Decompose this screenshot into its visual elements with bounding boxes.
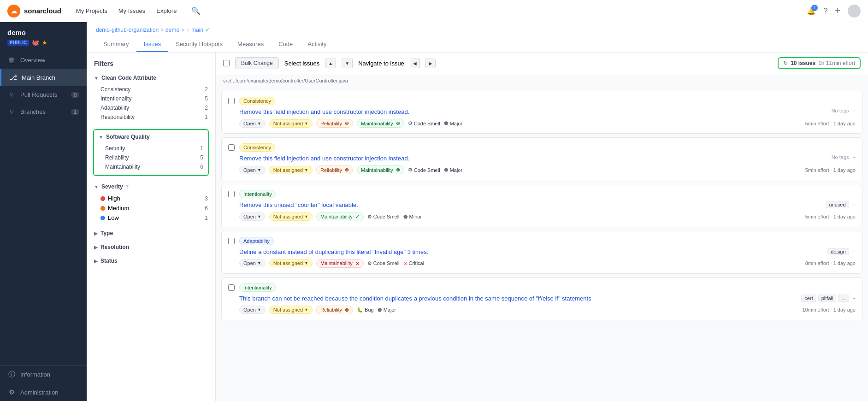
github-icon: 🐙: [32, 39, 39, 46]
issue-title[interactable]: Remove this unused "counter" local varia…: [239, 201, 822, 209]
assignee-button[interactable]: Not assigned ▼: [269, 166, 313, 174]
reliability-quality-tag[interactable]: Reliability ⊗: [316, 119, 353, 128]
issue-card: Consistency Remove this field injection …: [221, 91, 862, 134]
add-tag-button[interactable]: +: [853, 202, 856, 207]
sidebar-item-overview[interactable]: ▦ Overview: [0, 51, 87, 69]
issue-title[interactable]: Define a constant instead of duplicating…: [239, 248, 824, 256]
severity-icon: ⬟: [378, 307, 382, 313]
issue-meta: Open ▼ Not assigned ▼ Reliability: [239, 119, 856, 128]
search-icon[interactable]: 🔍: [191, 6, 201, 15]
refresh-icon[interactable]: ↻: [783, 60, 788, 66]
filter-intentionality[interactable]: Intentionality 5: [94, 94, 208, 103]
breadcrumb-branch: ⑂ main ✓: [186, 27, 210, 33]
help-icon[interactable]: ?: [126, 184, 129, 189]
assignee-button[interactable]: Not assigned ▼: [269, 119, 313, 128]
status-button[interactable]: Open ▼: [239, 212, 266, 221]
reliability-quality-tag[interactable]: Reliability ⊗: [316, 165, 353, 174]
sidebar-item-administration[interactable]: ⚙ Administration: [0, 383, 87, 401]
filter-item-count: 5: [200, 154, 203, 161]
issue-checkbox[interactable]: [228, 191, 235, 197]
status-button[interactable]: Open ▼: [239, 166, 266, 174]
add-icon[interactable]: +: [835, 6, 840, 16]
status-chevron-icon: ▼: [257, 168, 261, 172]
issue-badge: Adaptability: [239, 237, 274, 245]
tab-measures[interactable]: Measures: [230, 37, 271, 52]
sidebar-item-branches[interactable]: ⑂ Branches 1: [0, 103, 87, 120]
maintainability-red-quality-tag[interactable]: Maintainability ⊗: [316, 259, 364, 268]
breadcrumb: demo-github-organization > demo > ⑂ main…: [96, 27, 859, 33]
breadcrumb-branch-name[interactable]: main: [191, 27, 203, 33]
select-down-button[interactable]: ▼: [342, 59, 353, 68]
select-up-button[interactable]: ▲: [325, 59, 336, 68]
filter-clean-code-header[interactable]: ▼ Clean Code Attribute: [94, 75, 208, 81]
filter-status-header[interactable]: ▶ Status: [94, 258, 208, 264]
filter-software-quality: ▼ Software Quality Security 1 Reliabilit…: [93, 129, 209, 176]
logo[interactable]: ☁ sonarcloud: [7, 5, 61, 18]
navigate-prev-button[interactable]: ◀: [410, 59, 420, 68]
select-all-checkbox[interactable]: [223, 60, 230, 66]
issue-checkbox[interactable]: [228, 284, 235, 291]
sidebar-item-pull-requests[interactable]: ⑂ Pull Requests 0: [0, 86, 87, 103]
filter-consistency[interactable]: Consistency 2: [94, 85, 208, 94]
filter-low[interactable]: Low 1: [94, 213, 208, 223]
reliability-quality-tag[interactable]: Reliability ⊗: [316, 306, 353, 314]
issue-checkbox[interactable]: [228, 144, 235, 151]
issue-checkbox[interactable]: [228, 238, 235, 244]
tab-summary[interactable]: Summary: [96, 37, 136, 52]
status-button[interactable]: Open ▼: [239, 259, 266, 267]
add-tag-button[interactable]: +: [853, 249, 856, 254]
assignee-button[interactable]: Not assigned ▼: [269, 212, 313, 221]
filter-adaptability[interactable]: Adaptability 2: [94, 103, 208, 112]
assignee-chevron-icon: ▼: [304, 261, 308, 265]
navigate-next-button[interactable]: ▶: [425, 59, 436, 68]
nav-my-projects[interactable]: My Projects: [76, 7, 107, 14]
status-button[interactable]: Open ▼: [239, 119, 266, 128]
filter-resolution-label: Resolution: [100, 244, 129, 250]
filter-reliability[interactable]: Reliability 5: [99, 153, 203, 162]
filter-type-label: Type: [100, 230, 113, 236]
tab-code[interactable]: Code: [271, 37, 300, 52]
notifications-icon[interactable]: 🔔 1: [807, 6, 816, 15]
filter-resolution-header[interactable]: ▶ Resolution: [94, 244, 208, 250]
breadcrumb-org[interactable]: demo-github-organization: [96, 27, 159, 33]
maintainability-quality-tag[interactable]: Maintainability ⊗: [357, 119, 404, 128]
filter-medium[interactable]: Medium 6: [94, 203, 208, 213]
assignee-button[interactable]: Not assigned ▼: [269, 259, 313, 267]
add-tag-button[interactable]: +: [853, 154, 856, 160]
filter-responsibility[interactable]: Responsibility 1: [94, 112, 208, 122]
effort-text: 1h 11min effort: [818, 60, 855, 66]
bulk-change-button[interactable]: Bulk Change: [235, 57, 279, 69]
tab-security-hotspots[interactable]: Security Hotspots: [168, 37, 230, 52]
add-tag-button[interactable]: +: [853, 108, 856, 113]
add-tag-button[interactable]: +: [853, 295, 856, 301]
help-icon[interactable]: ?: [823, 7, 827, 15]
nav-explore[interactable]: Explore: [156, 7, 177, 14]
issue-checkbox[interactable]: [228, 98, 235, 104]
star-icon[interactable]: ★: [42, 39, 47, 46]
nav-my-issues[interactable]: My Issues: [118, 7, 146, 14]
filter-security[interactable]: Security 1: [99, 144, 203, 153]
severity-icon: ⬟: [403, 214, 408, 220]
assignee-button[interactable]: Not assigned ▼: [269, 306, 313, 314]
filter-software-quality-header[interactable]: ▼ Software Quality: [99, 134, 203, 140]
filter-severity-header[interactable]: ▼ Severity ?: [94, 183, 208, 190]
maintainability-quality-tag[interactable]: Maintainability ⊗: [357, 165, 404, 174]
issue-title[interactable]: Remove this field injection and use cons…: [239, 154, 828, 163]
sidebar-item-information[interactable]: ⓘ Information: [0, 366, 87, 383]
tab-issues[interactable]: Issues: [136, 37, 169, 52]
effort-meta: 10min effort · 1 day ago: [803, 307, 856, 313]
filter-maintainability[interactable]: Maintainability 6: [99, 162, 203, 171]
filter-item-name: High: [108, 195, 120, 202]
sidebar-item-main-branch[interactable]: ⎇ Main Branch: [0, 69, 87, 86]
status-button[interactable]: Open ▼: [239, 306, 266, 314]
breadcrumb-project[interactable]: demo: [165, 27, 179, 33]
issue-title[interactable]: Remove this field injection and use cons…: [239, 108, 828, 116]
user-avatar[interactable]: [848, 5, 861, 18]
filter-high[interactable]: High 3: [94, 194, 208, 203]
issue-meta: Open ▼ Not assigned ▼ Maintainability: [239, 212, 856, 221]
effort-meta: 5min effort · 1 day ago: [805, 167, 856, 173]
filter-type-header[interactable]: ▶ Type: [94, 230, 208, 236]
issue-title[interactable]: This branch can not be reached because t…: [239, 295, 797, 303]
tab-activity[interactable]: Activity: [300, 37, 334, 52]
maintainability-quality-tag[interactable]: Maintainability ✓: [316, 212, 364, 221]
